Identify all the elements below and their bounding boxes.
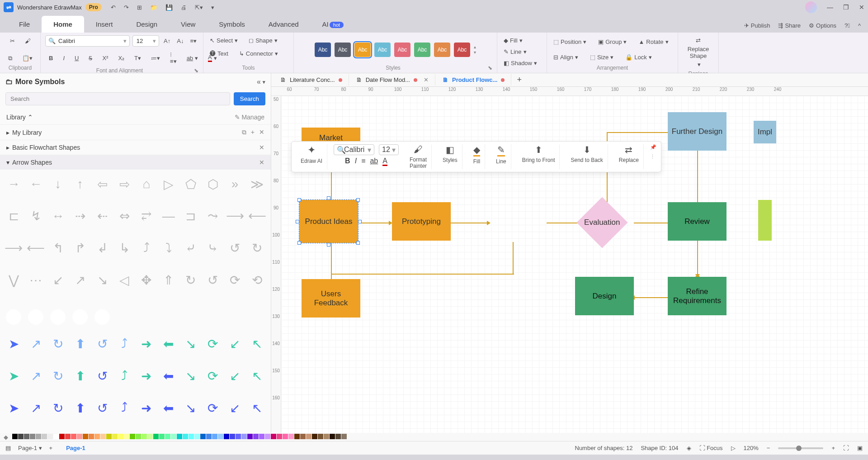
select-tool[interactable]: ↖ Select ▾	[208, 35, 240, 46]
arrow-shape[interactable]: ↻	[47, 397, 69, 419]
palette-swatch[interactable]	[241, 434, 247, 439]
focus-button[interactable]: ⛶ Focus	[699, 445, 723, 451]
palette-swatch[interactable]	[159, 434, 165, 439]
palette-swatch[interactable]	[130, 434, 135, 439]
arrow-shape[interactable]	[179, 301, 202, 323]
node-users-feedback[interactable]: Users Feedback	[302, 279, 360, 318]
arrow-shape[interactable]: ⬆	[69, 397, 91, 419]
doc-tab-1[interactable]: 🗎 Date Flow Mod...✕	[350, 74, 435, 85]
style-swatch-4[interactable]: Abc	[394, 43, 410, 57]
palette-swatch[interactable]	[59, 434, 65, 439]
doc-tab-2[interactable]: 🗎 Product Flowc...	[436, 74, 511, 85]
arrow-shape[interactable]: »	[224, 173, 246, 195]
fill-button[interactable]: ◆ Fill ▾	[502, 35, 542, 46]
fit-page-icon[interactable]: ⛶	[843, 445, 849, 451]
arrow-shape[interactable]: ⌂	[136, 173, 158, 195]
palette-swatch[interactable]	[100, 434, 106, 439]
arrow-shape[interactable]: ↙	[224, 365, 246, 387]
arrow-shape[interactable]: ↱	[69, 237, 91, 259]
palette-swatch[interactable]	[165, 434, 170, 439]
print-icon[interactable]: 🖨	[181, 4, 187, 11]
palette-swatch[interactable]	[83, 434, 88, 439]
palette-swatch[interactable]	[89, 434, 94, 439]
node-refine[interactable]: Refine Requirements	[668, 277, 726, 315]
arrow-shape[interactable]: ➜	[136, 333, 158, 355]
arrow-shape[interactable]: ↲	[91, 237, 113, 259]
page-selector[interactable]: Page-1 ▾	[18, 445, 42, 451]
arrow-shape[interactable]: ⤵	[157, 237, 179, 259]
palette-swatch[interactable]	[341, 434, 347, 439]
node-design[interactable]: Design	[575, 277, 634, 315]
palette-swatch[interactable]	[177, 434, 182, 439]
arrow-shape[interactable]: ⬅	[157, 365, 179, 387]
palette-swatch[interactable]	[271, 434, 276, 439]
lib-add-icon[interactable]: +	[251, 128, 255, 136]
palette-swatch[interactable]	[294, 434, 300, 439]
arrow-shape[interactable]: ⇑	[157, 269, 179, 291]
palette-swatch[interactable]	[189, 434, 194, 439]
arrow-shape[interactable]: ✥	[136, 269, 158, 291]
new-icon[interactable]: ⊞	[137, 4, 142, 11]
arrow-shape[interactable]	[136, 301, 158, 323]
qat-more-icon[interactable]: ▾	[211, 4, 214, 11]
arrow-shape[interactable]: ⤳	[202, 205, 224, 227]
text-effects-icon[interactable]: T▾	[132, 53, 143, 63]
italic-icon[interactable]: I	[61, 53, 66, 63]
palette-swatch[interactable]	[53, 434, 59, 439]
palette-swatch[interactable]	[36, 434, 41, 439]
arrow-shape[interactable]: ←	[25, 173, 47, 195]
style-swatch-0[interactable]: Abc	[315, 43, 331, 57]
arrow-shape[interactable]: ⇠	[91, 205, 113, 227]
arrow-shape[interactable]: ⤴	[113, 365, 136, 387]
palette-swatch[interactable]	[283, 434, 288, 439]
arrow-shape[interactable]: ↻	[47, 365, 69, 387]
options-button[interactable]: ⚙ Options	[809, 22, 836, 29]
menu-advanced[interactable]: Advanced	[257, 16, 311, 33]
arrow-shape[interactable]: ⬅	[157, 397, 179, 419]
palette-swatch[interactable]	[47, 434, 53, 439]
node-implement[interactable]: Impl	[754, 121, 776, 143]
palette-swatch[interactable]	[300, 434, 306, 439]
ft-replace[interactable]: Replace	[619, 157, 639, 163]
palette-swatch[interactable]	[247, 434, 253, 439]
node-prototyping[interactable]: Prototyping	[392, 202, 451, 241]
menu-symbols[interactable]: Symbols	[207, 16, 257, 33]
arrow-shape[interactable]: ↻	[47, 333, 69, 355]
replace-shape-button[interactable]: ⇄Replace Shape ▾	[686, 35, 711, 70]
layers-icon[interactable]: ◈	[687, 445, 691, 451]
ft-bring-front[interactable]: Bring to Front	[522, 157, 555, 163]
arrow-shape[interactable]: —	[157, 205, 179, 227]
arrow-shape[interactable]: ↻	[246, 237, 268, 259]
palette-swatch[interactable]	[171, 434, 176, 439]
arrow-shape[interactable]: ↺	[91, 365, 113, 387]
style-swatch-7[interactable]: Abc	[454, 43, 470, 57]
arrow-shape[interactable]: ⟶	[3, 237, 25, 259]
text-tool[interactable]: 🅣 Text	[208, 48, 230, 59]
style-swatch-5[interactable]: Abc	[414, 43, 430, 57]
arrow-shape[interactable]: ⬠	[179, 173, 202, 195]
style-swatch-1[interactable]: Abc	[335, 43, 351, 57]
ft-fontcolor-icon[interactable]: A	[382, 157, 387, 165]
arrow-shape[interactable]: ↖	[246, 397, 268, 419]
menu-design[interactable]: Design	[124, 16, 169, 33]
redo-icon[interactable]: ↷	[124, 4, 129, 11]
arrow-shape[interactable]: ➤	[3, 365, 25, 387]
shadow-button[interactable]: ◧ Shadow ▾	[502, 58, 542, 68]
arrow-shape[interactable]: ▶	[6, 309, 21, 325]
play-icon[interactable]: ▷	[731, 445, 736, 451]
palette-swatch[interactable]	[259, 434, 264, 439]
style-swatch-2[interactable]: Abc	[354, 43, 371, 57]
arrow-shape[interactable]: ⊏	[3, 205, 25, 227]
arrow-shape[interactable]: ↘	[91, 269, 113, 291]
palette-swatch[interactable]	[330, 434, 335, 439]
ft-line[interactable]: Line	[496, 158, 506, 165]
ft-bold-icon[interactable]: B	[345, 157, 350, 165]
ft-pin-icon[interactable]: 📌	[650, 144, 656, 150]
arrow-shape[interactable]: ⤷	[202, 237, 224, 259]
fullscreen-icon[interactable]: ▣	[857, 445, 863, 451]
palette-swatch[interactable]	[42, 434, 47, 439]
help-icon[interactable]: ?⃝	[844, 22, 850, 29]
cat-arrow-shapes[interactable]: ▾ Arrow Shapes✕	[0, 155, 271, 170]
symbol-search-button[interactable]: Search	[234, 92, 265, 105]
arrow-shape[interactable]: ⤴	[113, 333, 136, 355]
